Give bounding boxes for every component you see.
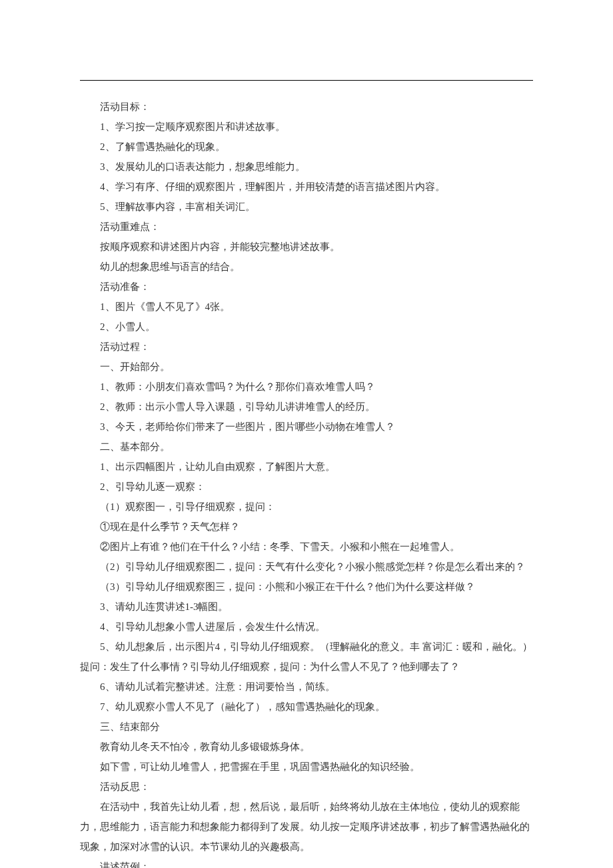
document-content: 活动目标：1、学习按一定顺序观察图片和讲述故事。2、了解雪遇热融化的现象。3、发… bbox=[80, 97, 533, 868]
paragraph: 活动过程： bbox=[80, 337, 533, 357]
paragraph: 2、引导幼儿逐一观察： bbox=[80, 477, 533, 497]
paragraph: 按顺序观察和讲述图片内容，并能较完整地讲述故事。 bbox=[80, 237, 533, 257]
paragraph: 3、请幼儿连贯讲述1-3幅图。 bbox=[80, 597, 533, 617]
paragraph: 1、出示四幅图片，让幼儿自由观察，了解图片大意。 bbox=[80, 457, 533, 477]
paragraph: 4、引导幼儿想象小雪人进屋后，会发生什么情况。 bbox=[80, 617, 533, 637]
horizontal-rule-top bbox=[80, 80, 533, 81]
paragraph: 二、基本部分。 bbox=[80, 437, 533, 457]
paragraph: 活动重难点： bbox=[80, 217, 533, 237]
paragraph: 5、理解故事内容，丰富相关词汇。 bbox=[80, 197, 533, 217]
paragraph: 5、幼儿想象后，出示图片4，引导幼儿仔细观察。（理解融化的意义。丰 富词汇：暖和… bbox=[80, 637, 533, 677]
paragraph: 3、今天，老师给你们带来了一些图片，图片哪些小动物在堆雪人？ bbox=[80, 417, 533, 437]
paragraph: 在活动中，我首先让幼儿看，想，然后说，最后听，始终将幼儿放在主体地位，使幼儿的观… bbox=[80, 797, 533, 857]
paragraph: （1）观察图一，引导仔细观察，提问： bbox=[80, 497, 533, 517]
paragraph: 2、了解雪遇热融化的现象。 bbox=[80, 137, 533, 157]
paragraph: 2、小雪人。 bbox=[80, 317, 533, 337]
paragraph: 如下雪，可让幼儿堆雪人，把雪握在手里，巩固雪遇热融化的知识经验。 bbox=[80, 757, 533, 777]
paragraph: 一、开始部分。 bbox=[80, 357, 533, 377]
paragraph: 2、教师：出示小雪人导入课题，引导幼儿讲讲堆雪人的经历。 bbox=[80, 397, 533, 417]
paragraph: 1、教师：小朋友们喜欢雪吗？为什么？那你们喜欢堆雪人吗？ bbox=[80, 377, 533, 397]
paragraph: （3）引导幼儿仔细观察图三，提问：小熊和小猴正在干什么？他们为什么要这样做？ bbox=[80, 577, 533, 597]
paragraph: 教育幼儿冬天不怕冷，教育幼儿多锻锻炼身体。 bbox=[80, 737, 533, 757]
paragraph: ①现在是什么季节？天气怎样？ bbox=[80, 517, 533, 537]
paragraph: ②图片上有谁？他们在干什么？小结：冬季、下雪天。小猴和小熊在一起堆雪人。 bbox=[80, 537, 533, 557]
paragraph: 三、结束部分 bbox=[80, 717, 533, 737]
paragraph: 4、学习有序、仔细的观察图片，理解图片，并用较清楚的语言描述图片内容。 bbox=[80, 177, 533, 197]
paragraph: 6、请幼儿试着完整讲述。注意：用词要恰当，简练。 bbox=[80, 677, 533, 697]
paragraph: 活动准备： bbox=[80, 277, 533, 297]
paragraph: 讲述范例： bbox=[80, 857, 533, 868]
paragraph: 1、学习按一定顺序观察图片和讲述故事。 bbox=[80, 117, 533, 137]
paragraph: 7、幼儿观察小雪人不见了（融化了），感知雪遇热融化的现象。 bbox=[80, 697, 533, 717]
paragraph: （2）引导幼儿仔细观察图二，提问：天气有什么变化？小猴小熊感觉怎样？你是怎么看出… bbox=[80, 557, 533, 577]
paragraph: 活动反思： bbox=[80, 777, 533, 797]
paragraph: 幼儿的想象思维与语言的结合。 bbox=[80, 257, 533, 277]
paragraph: 活动目标： bbox=[80, 97, 533, 117]
paragraph: 3、发展幼儿的口语表达能力，想象思维能力。 bbox=[80, 157, 533, 177]
paragraph: 1、图片《雪人不见了》4张。 bbox=[80, 297, 533, 317]
